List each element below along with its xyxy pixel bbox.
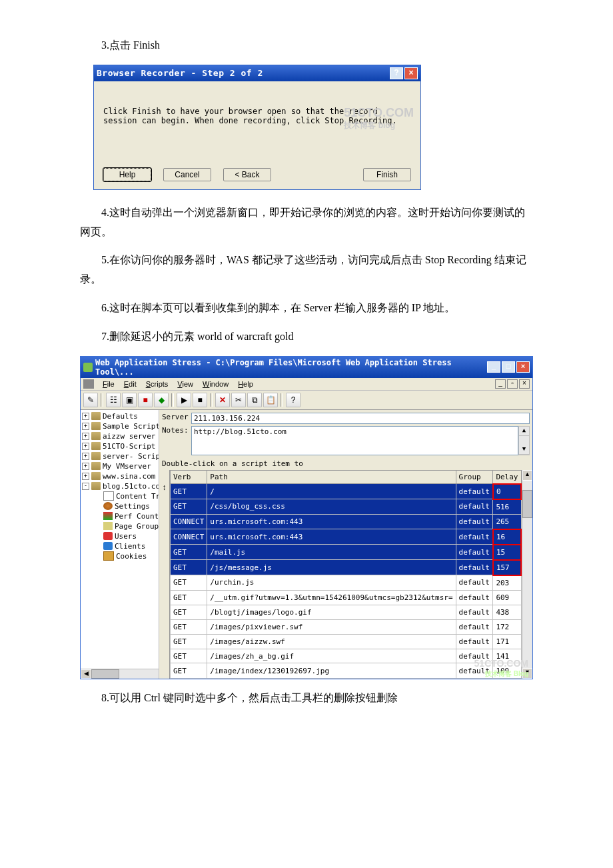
finish-button[interactable]: Finish — [363, 168, 411, 181]
help-button[interactable]: Help — [103, 168, 151, 181]
tree-child-node[interactable]: Users — [81, 531, 159, 541]
notes-vscrollbar[interactable]: ▲▼ — [518, 426, 530, 455]
table-row[interactable]: GET/mail.jsdefault15 — [170, 545, 521, 560]
expand-icon[interactable]: + — [82, 413, 89, 420]
cell-path[interactable]: /blogtj/images/logo.gif — [207, 605, 456, 619]
menu-view[interactable]: View — [173, 379, 198, 389]
expand-icon[interactable]: + — [82, 453, 89, 460]
expand-icon[interactable]: + — [82, 443, 89, 450]
cell-verb[interactable]: GET — [170, 663, 207, 678]
cell-verb[interactable]: GET — [170, 499, 207, 515]
cell-verb[interactable]: GET — [170, 605, 207, 619]
col-group[interactable]: Group — [456, 470, 493, 484]
back-button[interactable]: < Back — [223, 168, 271, 181]
table-row[interactable]: CONNECTurs.microsoft.com:443default16 — [170, 529, 521, 545]
cell-group[interactable]: default — [456, 560, 493, 575]
stop-icon[interactable]: ■ — [138, 393, 153, 407]
cell-delay[interactable]: 609 — [493, 590, 521, 605]
mdi-minimize-icon[interactable]: _ — [495, 379, 506, 389]
cell-delay[interactable]: 141 — [493, 649, 521, 663]
cell-path[interactable]: /image/index/1230192697.jpg — [207, 663, 456, 678]
cell-path[interactable]: /mail.js — [207, 545, 456, 560]
cell-group[interactable]: default — [456, 499, 493, 515]
cell-delay[interactable]: 438 — [493, 605, 521, 619]
close-icon[interactable]: × — [516, 361, 530, 373]
cell-delay[interactable]: 16 — [493, 529, 521, 545]
cell-group[interactable]: default — [456, 484, 493, 499]
cell-group[interactable]: default — [456, 605, 493, 619]
cell-verb[interactable]: GET — [170, 560, 207, 575]
table-row[interactable]: CONNECTurs.microsoft.com:443default265 — [170, 514, 521, 529]
table-row[interactable]: GET/css/blog_css.cssdefault516 — [170, 499, 521, 515]
cell-path[interactable]: /images/pixviewer.swf — [207, 619, 456, 634]
menu-help[interactable]: Help — [233, 379, 258, 389]
cell-delay[interactable]: 157 — [493, 560, 521, 575]
cell-delay[interactable]: 15 — [493, 545, 521, 560]
tree-child-node[interactable]: Settings — [81, 501, 159, 511]
cell-delay[interactable]: 171 — [493, 634, 521, 649]
cell-group[interactable]: default — [456, 590, 493, 605]
tree-node[interactable]: +Sample Script — [81, 421, 159, 431]
cancel-button[interactable]: Cancel — [163, 168, 211, 181]
table-row[interactable]: GET/images/zh_a_bg.gifdefault141 — [170, 649, 521, 663]
cell-path[interactable]: urs.microsoft.com:443 — [207, 529, 456, 545]
cell-group[interactable]: default — [456, 545, 493, 560]
tree-node[interactable]: +Defaults — [81, 411, 159, 421]
cell-verb[interactable]: GET — [170, 575, 207, 591]
tree-node[interactable]: +aizzw server — [81, 431, 159, 441]
cell-path[interactable]: /__utm.gif?utmwv=1.3&utmn=154261009&utmc… — [207, 590, 456, 605]
table-row[interactable]: GET/blogtj/images/logo.gifdefault438 — [170, 605, 521, 619]
close-icon[interactable]: × — [404, 67, 418, 79]
mdi-restore-icon[interactable]: ▫ — [507, 379, 518, 389]
cell-delay[interactable]: 265 — [493, 514, 521, 529]
table-row[interactable]: GET/js/message.jsdefault157 — [170, 560, 521, 575]
menu-file[interactable]: File — [98, 379, 119, 389]
table-row[interactable]: GET/images/pixviewer.swfdefault172 — [170, 619, 521, 634]
cut-icon[interactable]: ✂ — [231, 393, 246, 407]
cell-group[interactable]: default — [456, 575, 493, 591]
cell-verb[interactable]: GET — [170, 590, 207, 605]
cell-group[interactable]: default — [456, 649, 493, 663]
minimize-icon[interactable]: _ — [487, 361, 500, 373]
cell-verb[interactable]: CONNECT — [170, 529, 207, 545]
expand-icon[interactable]: + — [82, 433, 89, 440]
expand-icon[interactable]: - — [82, 483, 89, 490]
tree-node[interactable]: +www.sina.com — [81, 471, 159, 481]
paste-icon[interactable]: 📋 — [263, 393, 278, 407]
cell-group[interactable]: default — [456, 529, 493, 545]
record-icon[interactable]: ▣ — [122, 393, 137, 407]
menu-edit[interactable]: Edit — [119, 379, 141, 389]
cell-path[interactable]: /urchin.js — [207, 575, 456, 591]
tree-child-node[interactable]: Content Tree — [81, 491, 159, 501]
expand-icon[interactable]: + — [82, 473, 89, 480]
tree-node[interactable]: -blog.51cto.com — [81, 481, 159, 491]
cell-delay[interactable]: 516 — [493, 499, 521, 515]
table-row[interactable]: GET/default0 — [170, 484, 521, 499]
help-icon[interactable]: ? — [390, 67, 403, 79]
cell-delay[interactable]: 0 — [493, 484, 521, 499]
cell-group[interactable]: default — [456, 514, 493, 529]
tree-child-node[interactable]: Cookies — [81, 551, 159, 561]
cell-delay[interactable]: 203 — [493, 575, 521, 591]
script-items-grid[interactable]: Verb Path Group Delay GET/default0GET/cs… — [170, 470, 522, 679]
play-icon[interactable]: ▶ — [177, 393, 191, 407]
pause-icon[interactable]: ■ — [193, 393, 207, 407]
cell-group[interactable]: default — [456, 663, 493, 678]
mdi-close-icon[interactable]: × — [519, 379, 530, 389]
cell-path[interactable]: /js/message.js — [207, 560, 456, 575]
cell-verb[interactable]: GET — [170, 634, 207, 649]
delete-icon[interactable]: ✕ — [215, 393, 230, 407]
server-input[interactable] — [191, 413, 530, 424]
tree-node[interactable]: +51CTO-Script — [81, 441, 159, 451]
script-tree[interactable]: +Defaults+Sample Script+aizzw server+51C… — [81, 410, 159, 679]
table-row[interactable]: GET/image/index/1230192697.jpgdefault109 — [170, 663, 521, 678]
cell-verb[interactable]: GET — [170, 619, 207, 634]
cell-path[interactable]: /images/aizzw.swf — [207, 634, 456, 649]
expand-icon[interactable]: + — [82, 423, 89, 430]
menu-window[interactable]: Window — [198, 379, 233, 389]
notes-input[interactable] — [191, 426, 518, 455]
cell-path[interactable]: / — [207, 484, 456, 499]
col-delay[interactable]: Delay — [493, 470, 521, 484]
expand-icon[interactable]: + — [82, 463, 89, 470]
table-row[interactable]: GET/urchin.jsdefault203 — [170, 575, 521, 591]
